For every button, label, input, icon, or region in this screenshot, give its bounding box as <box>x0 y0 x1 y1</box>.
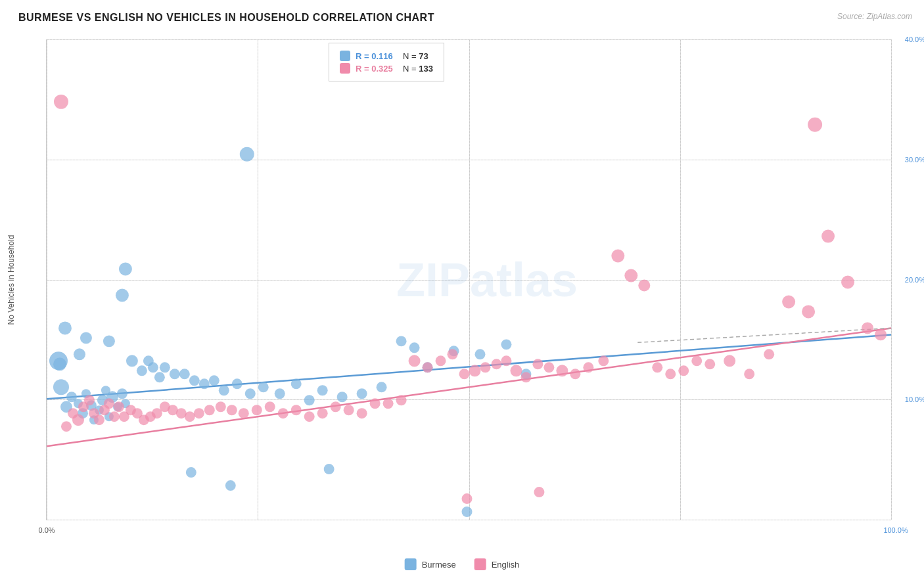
legend-r-english: R = 0.325 <box>356 64 393 74</box>
svg-point-135 <box>462 493 473 504</box>
svg-point-39 <box>275 388 285 399</box>
svg-point-60 <box>462 507 473 517</box>
svg-point-35 <box>219 385 229 395</box>
svg-point-102 <box>436 355 446 366</box>
svg-point-17 <box>117 388 127 399</box>
svg-point-116 <box>598 355 609 366</box>
svg-point-97 <box>370 398 381 409</box>
svg-point-127 <box>764 349 774 359</box>
svg-point-70 <box>104 398 114 409</box>
english-label: English <box>492 560 520 570</box>
svg-point-51 <box>501 339 511 349</box>
svg-point-117 <box>611 250 624 263</box>
svg-point-21 <box>74 348 85 360</box>
bottom-legend-english: English <box>474 558 520 570</box>
chart-container: BURMESE VS ENGLISH NO VEHICLES IN HOUSEH… <box>0 0 924 586</box>
svg-point-43 <box>337 392 348 402</box>
svg-point-50 <box>474 349 485 359</box>
plot-area: 40.0% 30.0% 20.0% 10.0% 0.0% 100.0% ZIPa… <box>46 39 891 520</box>
svg-line-1 <box>47 328 891 446</box>
svg-point-30 <box>170 369 180 379</box>
svg-point-37 <box>245 388 256 399</box>
svg-point-45 <box>377 382 387 392</box>
svg-point-29 <box>160 362 170 372</box>
svg-point-128 <box>782 295 795 308</box>
y-axis-label: No Vehicles in Household <box>7 181 16 378</box>
svg-point-125 <box>724 355 735 367</box>
svg-point-88 <box>252 405 262 415</box>
svg-point-85 <box>216 401 226 412</box>
svg-point-33 <box>199 378 210 389</box>
svg-point-121 <box>665 369 676 379</box>
svg-point-40 <box>291 378 302 389</box>
svg-point-115 <box>583 362 593 372</box>
svg-point-20 <box>58 321 72 334</box>
source-label: Source: ZipAtlas.com <box>837 12 912 21</box>
svg-point-107 <box>491 359 501 369</box>
svg-point-22 <box>80 332 92 344</box>
svg-point-93 <box>317 408 328 418</box>
svg-point-54 <box>119 263 132 276</box>
y-tick-30: 30.0% <box>894 156 924 164</box>
svg-point-47 <box>409 342 420 353</box>
svg-point-101 <box>423 362 433 372</box>
svg-point-108 <box>501 355 511 366</box>
svg-point-87 <box>239 408 249 418</box>
scatter-chart <box>47 39 891 520</box>
svg-point-136 <box>534 487 544 497</box>
svg-point-31 <box>179 369 190 379</box>
svg-point-91 <box>291 405 302 415</box>
svg-point-114 <box>570 369 580 379</box>
svg-point-3 <box>53 379 69 395</box>
legend-color-english <box>340 63 350 74</box>
svg-point-119 <box>638 280 650 292</box>
svg-point-55 <box>116 288 129 302</box>
y-tick-10: 10.0% <box>894 395 924 403</box>
svg-point-132 <box>862 322 873 334</box>
svg-point-32 <box>189 375 200 386</box>
legend-box: R = 0.116 N = 73 R = 0.325 N = 133 <box>329 43 444 81</box>
svg-point-27 <box>148 362 158 372</box>
svg-point-44 <box>357 388 367 399</box>
bottom-legend-burmese: Burmese <box>405 558 456 570</box>
svg-point-34 <box>209 375 219 386</box>
svg-point-96 <box>357 408 367 418</box>
svg-point-53 <box>240 147 254 162</box>
svg-point-84 <box>204 405 215 415</box>
svg-point-72 <box>114 401 124 412</box>
svg-point-110 <box>520 372 531 382</box>
svg-point-86 <box>227 405 237 415</box>
legend-color-burmese <box>340 51 350 61</box>
svg-point-133 <box>875 328 887 340</box>
svg-point-38 <box>258 382 269 392</box>
svg-point-118 <box>624 269 637 282</box>
svg-point-113 <box>556 365 568 376</box>
svg-point-82 <box>185 411 195 422</box>
svg-point-36 <box>232 378 243 389</box>
legend-row-burmese: R = 0.116 N = 73 <box>340 51 433 61</box>
svg-point-56 <box>49 351 68 370</box>
svg-point-46 <box>396 336 407 346</box>
svg-point-57 <box>186 467 196 478</box>
y-tick-20: 20.0% <box>894 276 924 284</box>
svg-point-103 <box>448 349 458 359</box>
svg-point-90 <box>278 408 289 418</box>
svg-point-24 <box>126 355 138 367</box>
svg-point-120 <box>652 362 662 372</box>
svg-point-41 <box>304 395 315 405</box>
svg-point-92 <box>304 411 315 422</box>
svg-point-25 <box>137 365 147 376</box>
svg-point-83 <box>194 408 204 418</box>
svg-point-129 <box>802 305 815 318</box>
svg-point-134 <box>808 118 822 132</box>
svg-line-2 <box>637 328 891 342</box>
svg-point-98 <box>383 398 394 409</box>
legend-n-english: N = 133 <box>398 64 433 74</box>
svg-point-123 <box>691 355 702 366</box>
svg-point-71 <box>109 411 120 422</box>
svg-point-64 <box>72 414 84 426</box>
svg-point-105 <box>469 365 481 376</box>
svg-point-42 <box>317 385 328 395</box>
svg-point-100 <box>409 355 421 367</box>
svg-point-126 <box>744 369 754 379</box>
